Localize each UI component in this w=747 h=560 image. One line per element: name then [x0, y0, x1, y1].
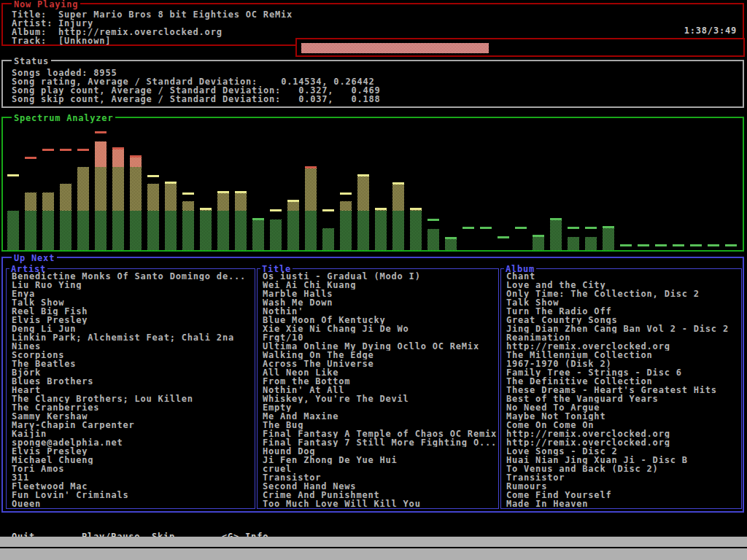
playlist-cell[interactable]: To Venus and Back (Disc 2)	[506, 464, 740, 473]
playlist-cell[interactable]: Kaijin	[12, 429, 253, 438]
playlist-cell[interactable]: http://remix.overclocked.org	[506, 438, 740, 447]
playlist-cell[interactable]: Ji Fen Zhong De Yue Hui	[263, 456, 497, 464]
playlist-cell[interactable]: Elvis Presley	[12, 316, 253, 324]
playlist-cell[interactable]: Reanimation	[506, 333, 740, 342]
playlist-cell[interactable]: Scorpions	[12, 351, 253, 359]
playlist-cell[interactable]: Hound Dog	[263, 447, 497, 456]
playlist-cell[interactable]: From the Bottom	[263, 377, 497, 386]
playlist-cell[interactable]: Love Songs - Disc 2	[506, 447, 740, 456]
spectrum-bar-segment	[252, 219, 264, 250]
workspace-bar[interactable]: <0 mail 1* music 2 bash>	[0, 537, 747, 547]
playlist-cell[interactable]: Final Fantasy 7 Still More Fighting O...	[263, 438, 497, 447]
playlist-cell[interactable]: Nothin'	[263, 307, 497, 316]
playlist-cell[interactable]: Huai Nian Jing Xuan Ji - Disc B	[506, 456, 740, 464]
playlist-cell[interactable]: Transistor	[263, 473, 497, 482]
playlist-cell[interactable]: 311	[12, 473, 253, 482]
playlist-cell[interactable]: Final Fantasy A Temple of Chaos OC Remix	[263, 429, 497, 438]
playlist-cell[interactable]: Maybe Not Tonight	[506, 412, 740, 421]
playlist-cell[interactable]: Michael Chueng	[12, 456, 253, 464]
playlist-cell[interactable]: 1967-1970 (Disk 2)	[506, 359, 740, 368]
playlist-cell[interactable]: Os iusti - Gradual (Modo I)	[263, 272, 497, 281]
spectrum-bar-segment	[182, 211, 194, 250]
playlist-cell[interactable]: Mary-Chapin Carpenter	[12, 421, 253, 429]
track-label: Track:	[12, 36, 58, 45]
playlist-cell[interactable]: Come On Come On	[506, 421, 740, 429]
playlist-cell[interactable]: Linkin Park; Alchemist Feat; Chali 2na	[12, 333, 253, 342]
playlist-cell[interactable]: Made In Heaven	[506, 499, 740, 507]
playlist-cell[interactable]: Deng Li Jun	[12, 324, 253, 333]
playlist-cell[interactable]: Wash Me Down	[263, 298, 497, 307]
spectrum-bar-segment	[112, 167, 124, 211]
playlist-cell[interactable]: The Bug	[263, 421, 497, 429]
playlist-cell[interactable]: Jing Dian Zhen Cang Ban Vol 2 - Disc 2	[506, 324, 740, 333]
playlist-cell[interactable]: The Definitive Collection	[506, 377, 740, 386]
playlist-cell[interactable]: Nines	[12, 342, 253, 351]
spectrum-peak-marker	[340, 192, 352, 195]
playlist-cell[interactable]: Xie Xie Ni Chang Ji De Wo	[263, 324, 497, 333]
playlist-cell[interactable]: Second Hand News	[263, 482, 497, 491]
playlist-cell[interactable]: sponge@adelphia.net	[12, 438, 253, 447]
playlist-cell[interactable]: Crime And Punishment	[263, 491, 497, 499]
playlist-cell[interactable]: Blue Moon Of Kentucky	[263, 316, 497, 324]
spectrum-peak-marker	[182, 192, 194, 195]
playlist-cell[interactable]: Blues Brothers	[12, 377, 253, 386]
playlist-cell[interactable]: Chant	[506, 272, 740, 281]
playlist-cell[interactable]: Björk	[12, 368, 253, 377]
playlist-cell[interactable]: Talk Show	[506, 298, 740, 307]
playlist-cell[interactable]: Me And Maxine	[263, 412, 497, 421]
playlist-cell[interactable]: Rumours	[506, 482, 740, 491]
playlist-cell[interactable]: Reel Big Fish	[12, 307, 253, 316]
playlist-cell[interactable]: Talk Show	[12, 298, 253, 307]
playlist-cell[interactable]: The Clancy Brothers; Lou Killen	[12, 394, 253, 403]
playlist-cell[interactable]: Walking On The Edge	[263, 351, 497, 359]
playlist-cell[interactable]: Benedictine Monks Of Santo Domingo de...	[12, 272, 253, 281]
playlist-cell[interactable]: Heart	[12, 386, 253, 394]
playlist-cell[interactable]: Marble Halls	[263, 289, 497, 298]
playlist-cell[interactable]: Fun Lovin' Criminals	[12, 491, 253, 499]
spectrum-bar-segment	[130, 211, 142, 250]
spectrum-peak-marker	[375, 208, 387, 210]
playlist-cell[interactable]: No Need To Argue	[506, 403, 740, 412]
playlist-cell[interactable]: All Neon Like	[263, 368, 497, 377]
playlist-cell[interactable]: Love and the City	[506, 281, 740, 289]
spectrum-peak-marker	[480, 227, 492, 229]
playlist-cell[interactable]: Liu Ruo Ying	[12, 281, 253, 289]
spectrum-bar-segment	[533, 236, 544, 250]
playlist-cell[interactable]: Ultima Online My Dying Ocllo OC ReMix	[263, 342, 497, 351]
playlist-cell[interactable]: Turn The Radio Off	[506, 307, 740, 316]
playlist-cell[interactable]: Tori Amos	[12, 464, 253, 473]
playlist-cell[interactable]: http://remix.overclocked.org	[506, 342, 740, 351]
playlist-cell[interactable]: Queen	[12, 499, 253, 507]
playlist-cell[interactable]: http://remix.overclocked.org	[506, 429, 740, 438]
spectrum-peak-marker	[147, 175, 159, 177]
playlist-cell[interactable]: Great Country Songs	[506, 316, 740, 324]
song-progress-fill	[301, 43, 489, 53]
playlist-cell[interactable]: Frgt/10	[263, 333, 497, 342]
playlist-cell[interactable]: Wei Ai Chi Kuang	[263, 281, 497, 289]
spectrum-bar-segment	[42, 192, 54, 211]
playlist-cell[interactable]: Empty	[263, 403, 497, 412]
spectrum-peak-marker	[462, 227, 474, 229]
playlist-cell[interactable]: Too Much Love Will Kill You	[263, 499, 497, 507]
playlist-cell[interactable]: Enya	[12, 289, 253, 298]
playlist-cell[interactable]: Only Time: The Collection, Disc 2	[506, 289, 740, 298]
playlist-cell[interactable]: Best of the Vanguard Years	[506, 394, 740, 403]
playlist-cell[interactable]: The Millennium Collection	[506, 351, 740, 359]
playlist-cell[interactable]: Whiskey, You're The Devil	[263, 394, 497, 403]
playlist-cell[interactable]: These Dreams - Heart's Greatest Hits	[506, 386, 740, 394]
spectrum-peak-marker	[515, 227, 527, 229]
playlist-cell[interactable]: The Cranberries	[12, 403, 253, 412]
playlist-cell[interactable]: cruel	[263, 464, 497, 473]
playlist-cell[interactable]: Transistor	[506, 473, 740, 482]
playlist-cell[interactable]: The Beatles	[12, 359, 253, 368]
playlist-cell[interactable]: Elvis Presley	[12, 447, 253, 456]
playlist-cell[interactable]: Come Find Yourself	[506, 491, 740, 499]
playlist-cell[interactable]: Across The Universe	[263, 359, 497, 368]
spectrum-bar-segment	[112, 211, 124, 250]
spectrum-peak-marker	[427, 219, 439, 221]
playlist-cell[interactable]: Family Tree - Strings - Disc 6	[506, 368, 740, 377]
spectrum-peak-marker	[60, 149, 71, 151]
playlist-cell[interactable]: Sammy Kershaw	[12, 412, 253, 421]
playlist-cell[interactable]: Nothin' At All	[263, 386, 497, 394]
playlist-cell[interactable]: Fleetwood Mac	[12, 482, 253, 491]
